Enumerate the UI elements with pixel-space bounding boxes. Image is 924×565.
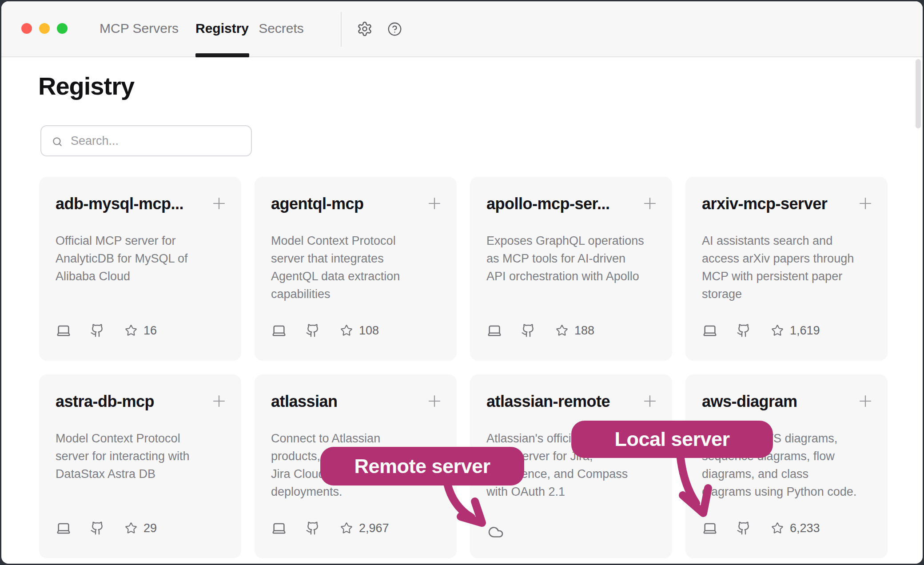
server-card[interactable]: astra-db-mcp Model Context Protocol serv… bbox=[39, 374, 241, 558]
star-count: 1,619 bbox=[790, 324, 820, 338]
card-footer: 1,619 bbox=[702, 321, 820, 340]
minimize-window-button[interactable] bbox=[39, 23, 50, 34]
star-icon bbox=[125, 522, 137, 534]
laptop-icon bbox=[56, 521, 72, 536]
server-description: Official MCP server for AnalyticDB for M… bbox=[56, 232, 229, 285]
scrollbar-thumb[interactable] bbox=[916, 59, 921, 128]
page-title: Registry bbox=[38, 72, 134, 100]
server-card[interactable]: apollo-mcp-ser... Exposes GraphQL operat… bbox=[470, 177, 672, 361]
server-card-grid: adb-mysql-mcp... Official MCP server for… bbox=[39, 177, 888, 558]
add-server-button[interactable] bbox=[643, 196, 657, 211]
server-name: atlassian-remote bbox=[486, 392, 636, 411]
tab-secrets[interactable]: Secrets bbox=[259, 21, 304, 36]
search-box bbox=[40, 125, 252, 156]
card-footer: 188 bbox=[486, 321, 594, 340]
github-icon[interactable] bbox=[306, 323, 320, 338]
star-icon bbox=[340, 324, 353, 337]
star-count: 188 bbox=[574, 324, 594, 338]
titlebar-divider bbox=[341, 12, 342, 47]
card-footer: 108 bbox=[271, 321, 379, 340]
local-server-callout: Local server bbox=[571, 421, 773, 458]
add-server-button[interactable] bbox=[212, 394, 226, 408]
remote-server-callout: Remote server bbox=[320, 447, 524, 485]
card-footer bbox=[486, 518, 505, 538]
server-name: adb-mysql-mcp... bbox=[56, 195, 205, 213]
add-server-button[interactable] bbox=[427, 196, 442, 211]
github-icon[interactable] bbox=[306, 521, 320, 535]
star-count: 6,233 bbox=[790, 521, 820, 535]
server-card[interactable]: agentql-mcp Model Context Protocol serve… bbox=[255, 177, 457, 361]
tab-mcp-servers[interactable]: MCP Servers bbox=[100, 21, 179, 36]
add-server-button[interactable] bbox=[858, 394, 872, 408]
zoom-window-button[interactable] bbox=[57, 23, 68, 34]
titlebar: MCP Servers Registry Secrets bbox=[1, 1, 923, 57]
star-count: 108 bbox=[359, 324, 379, 338]
close-window-button[interactable] bbox=[21, 23, 32, 34]
card-footer: 6,233 bbox=[702, 518, 820, 538]
github-icon[interactable] bbox=[90, 323, 104, 338]
star-icon bbox=[771, 324, 784, 337]
laptop-icon bbox=[486, 323, 502, 338]
laptop-icon bbox=[702, 521, 718, 536]
card-footer: 2,967 bbox=[271, 518, 389, 538]
server-name: atlassian bbox=[271, 392, 420, 411]
server-description: AI assistants search and access arXiv pa… bbox=[702, 232, 875, 303]
laptop-icon bbox=[271, 323, 287, 338]
tab-registry[interactable]: Registry bbox=[195, 21, 249, 36]
server-name: arxiv-mcp-server bbox=[702, 195, 851, 213]
add-server-button[interactable] bbox=[427, 394, 442, 408]
star-icon bbox=[340, 522, 353, 534]
star-icon bbox=[771, 522, 784, 534]
server-name: aws-diagram bbox=[702, 392, 851, 411]
github-icon[interactable] bbox=[90, 521, 104, 535]
laptop-icon bbox=[271, 521, 287, 536]
app-window: MCP Servers Registry Secrets Registry bbox=[1, 1, 923, 564]
github-icon[interactable] bbox=[737, 323, 751, 338]
star-icon bbox=[556, 324, 568, 337]
laptop-icon bbox=[56, 323, 72, 338]
cloud-icon bbox=[486, 524, 505, 540]
search-icon bbox=[52, 136, 63, 147]
github-icon[interactable] bbox=[737, 521, 751, 535]
add-server-button[interactable] bbox=[858, 196, 872, 211]
server-card[interactable]: aws-diagram Generate AWS diagrams, seque… bbox=[685, 374, 888, 558]
server-name: agentql-mcp bbox=[271, 195, 420, 213]
laptop-icon bbox=[702, 323, 718, 338]
help-icon[interactable] bbox=[387, 22, 402, 38]
server-description: Model Context Protocol server that integ… bbox=[271, 232, 444, 303]
card-footer: 16 bbox=[56, 321, 157, 340]
add-server-button[interactable] bbox=[212, 196, 226, 211]
add-server-button[interactable] bbox=[643, 394, 657, 408]
server-card[interactable]: adb-mysql-mcp... Official MCP server for… bbox=[39, 177, 241, 361]
search-input[interactable] bbox=[71, 126, 246, 155]
card-footer: 29 bbox=[56, 518, 157, 538]
star-icon bbox=[125, 324, 137, 337]
server-description: Exposes GraphQL operations as MCP tools … bbox=[486, 232, 660, 285]
star-count: 29 bbox=[143, 521, 157, 535]
server-card[interactable]: arxiv-mcp-server AI assistants search an… bbox=[685, 177, 888, 361]
server-name: astra-db-mcp bbox=[56, 392, 205, 411]
star-count: 16 bbox=[143, 324, 157, 338]
star-count: 2,967 bbox=[359, 521, 389, 535]
server-description: Model Context Protocol server for intera… bbox=[56, 430, 229, 483]
server-name: apollo-mcp-ser... bbox=[486, 195, 636, 213]
github-icon[interactable] bbox=[521, 323, 535, 338]
active-tab-indicator bbox=[195, 53, 249, 57]
settings-icon[interactable] bbox=[357, 21, 373, 39]
